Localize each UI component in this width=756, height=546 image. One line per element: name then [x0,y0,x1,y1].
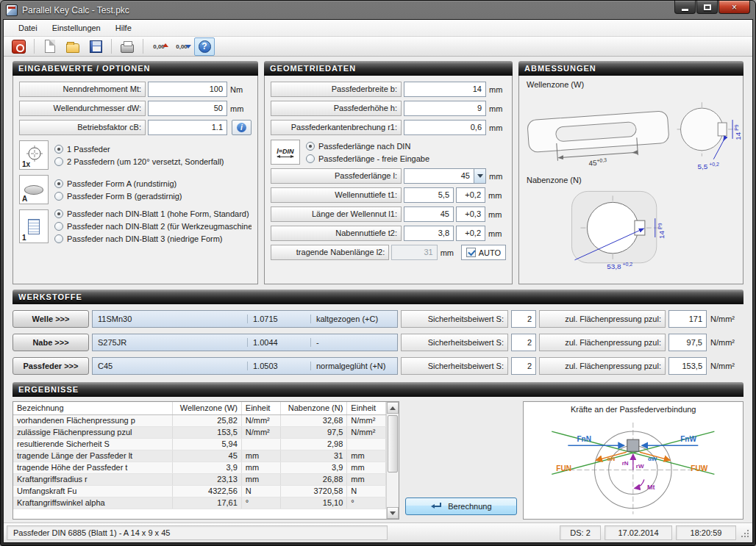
radio-1-passfeder[interactable]: 1 Passfeder [54,145,224,154]
nabe-material-button[interactable]: Nabe >>> [13,334,89,351]
wellendurchmesser-input[interactable]: 50 [148,101,227,116]
nabennuttiefe-input[interactable]: 3,8 [404,226,454,241]
radio-din-blatt-1[interactable]: Passfeder nach DIN-Blatt 1 (hohe Form, S… [54,209,252,218]
chevron-down-icon[interactable] [474,168,486,184]
decimal-decrease-button[interactable]: 0,00 [171,37,192,56]
sicherheitsbeiwert-input[interactable]: 2 [511,357,536,375]
wellendurchmesser-row: Wellendurchmesser dW: 50 mm [19,101,252,116]
titlebar[interactable]: Parallel Key Calc - Test.pkc × [3,1,753,19]
menu-einstellungen[interactable]: Einstellungen [45,21,108,35]
maximize-button[interactable] [696,1,718,14]
exit-button[interactable] [8,37,29,56]
cell: N [347,485,386,497]
minimize-icon [682,9,688,11]
table-row: vorhandenen Flächenpressung p 25,82 N/mm… [13,414,386,426]
nenndrehmoment-input[interactable]: 100 [148,82,227,97]
radio-form-b[interactable]: Passfeder Form B (geradstirnig) [54,192,182,201]
help-icon: ? [199,40,211,53]
exit-icon [12,40,26,54]
wellennut-laenge-input[interactable]: 45 [404,206,454,222]
table-row: Kraftangriffsradius r 23,13 mm 26,88 mm [13,473,386,485]
client-area: EINGABEWERTE / OPTIONEN Nenndrehmoment M… [4,57,752,522]
flaechenpressung-value: 153,5 [668,357,707,375]
radio-label: 2 Passfedern (um 120° versetzt, Sonderfa… [67,157,224,166]
auto-checkbox[interactable] [466,248,476,257]
cell: 45 [172,450,241,461]
passfederlaenge-value[interactable]: 45 [404,168,474,184]
radio-din-blatt-3[interactable]: Passfeder nach DIN-Blatt 3 (niedrige For… [54,234,252,243]
radio-dot[interactable] [306,154,315,163]
sicherheitsbeiwert-input[interactable]: 2 [511,310,536,328]
laenge-mode-icon: l=DIN [271,140,300,165]
l-din-icon-label: l=DIN [277,148,293,155]
cell: 15,10 [280,497,347,509]
panel-eingabewerte: EINGABEWERTE / OPTIONEN Nenndrehmoment M… [13,61,258,284]
scrollbar-track[interactable] [387,414,399,507]
col-wellenzone: Wellenzone (W) [172,402,241,414]
radio-dot[interactable] [54,222,63,231]
radio-2-passfedern[interactable]: 2 Passfedern (um 120° versetzt, Sonderfa… [54,157,224,166]
kantenbrechung-unit: mm [488,123,503,132]
nabennuttiefe-unit: mm [488,229,502,238]
app-icon[interactable] [6,4,18,16]
minimize-button[interactable] [674,1,696,14]
radio-dot[interactable] [54,179,63,188]
cell: mm [347,473,386,485]
nabennuttiefe-toleranz[interactable]: +0,2 [456,226,485,241]
wellennut-laenge-row: Länge der Wellennut l1: 45 +0,3 mm [271,206,506,222]
flaechenpressung-label: zul. Flächenpressung pzul: [539,310,666,328]
wellennut-laenge-toleranz[interactable]: +0,3 [456,206,485,222]
passfederhoehe-input[interactable]: 9 [404,101,486,116]
radio-dot[interactable] [54,209,63,218]
passfederbreite-input[interactable]: 14 [404,82,486,97]
radio-dot[interactable] [54,145,63,154]
blatt-icon-label: 1 [22,234,26,242]
passfeder-material-button[interactable]: Passfeder >>> [13,357,89,375]
open-file-button[interactable] [63,37,83,56]
material-number: 1.0503 [247,362,310,370]
new-file-button[interactable] [40,37,60,56]
radio-dot[interactable] [54,192,63,201]
radio-form-a[interactable]: Passfeder Form A (rundstirnig) [54,179,182,188]
table-scrollbar[interactable] [386,402,399,519]
menu-hilfe[interactable]: Hilfe [108,21,139,35]
cell: Kraftangriffswinkel alpha [13,497,172,509]
radio-label: Passfeder Form A (rundstirnig) [67,179,176,188]
save-file-button[interactable] [85,37,106,56]
cell: 3720,58 [280,485,347,497]
radio-laenge-frei[interactable]: Passfederlänge - freie Eingabe [306,154,429,163]
open-file-icon [66,43,79,53]
info-button[interactable]: i [232,120,252,135]
scroll-down-button[interactable] [387,507,399,519]
radio-dot[interactable] [306,142,315,151]
welle-material-button[interactable]: Welle >>> [13,310,89,328]
double-arrow-icon [277,157,293,157]
svg-text:5,5+0,2: 5,5+0,2 [697,162,719,170]
wellennuttiefe-input[interactable]: 5,5 [404,187,454,203]
menu-datei[interactable]: Datei [11,21,45,35]
berechnung-button[interactable]: Berechnung [405,497,517,515]
din-blatt-group: 1 Passfeder nach DIN-Blatt 1 (hohe Form,… [19,209,252,243]
scroll-up-button[interactable] [387,402,399,414]
sicherheitsbeiwert-input[interactable]: 2 [511,334,536,351]
wellendurchmesser-unit: mm [229,104,244,113]
wellennuttiefe-toleranz[interactable]: +0,2 [456,187,485,203]
passfederlaenge-combobox[interactable]: 45 [404,168,486,184]
material-treatment: - [310,338,397,347]
table-row: Umfangskraft Fu 4322,56 N 3720,58 N [13,485,386,497]
decimal-increase-button[interactable]: 0,00 [149,37,169,56]
radio-dot[interactable] [54,157,63,166]
scrollbar-thumb[interactable] [388,415,398,473]
dimension-drawing: 45+0,3 14 P9 [519,76,743,284]
radio-din-blatt-2[interactable]: Passfeder nach DIN-Blatt 2 (für Werkzeug… [54,222,252,231]
radio-laenge-din[interactable]: Passfederlänge nach DIN [306,142,429,151]
resize-grip[interactable] [740,528,749,538]
kantenbrechung-input[interactable]: 0,6 [404,120,486,135]
close-button[interactable]: × [718,1,750,14]
help-button[interactable]: ? [194,37,215,56]
print-button[interactable] [117,37,138,56]
betriebsfaktor-input[interactable]: 1.1 [148,120,227,135]
svg-text:rN: rN [622,461,629,467]
force-diagram-panel: Kräfte an der Passfederverbindung [523,401,743,520]
radio-dot[interactable] [54,234,63,243]
